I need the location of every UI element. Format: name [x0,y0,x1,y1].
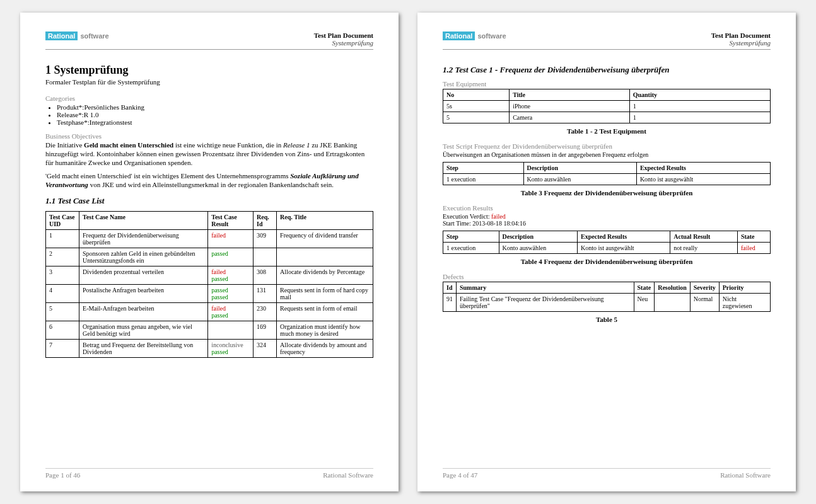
logo-rational: Rational [443,32,475,40]
category-item: Testphase*:Integrationstest [57,118,373,126]
column-header: Actual Result [670,231,738,243]
logo-software: software [476,32,507,40]
column-header: Resolution [655,282,691,294]
table-row: 1Frequenz der Dividendenüberweisung über… [46,229,373,248]
execution-start-time: Start Time: 2013-08-18 18:04:16 [443,220,771,227]
page-content: 1.2 Test Case 1 - Frequenz der Dividende… [443,59,771,468]
column-header: Severity [690,282,719,294]
footer-page-number: Page 4 of 47 [443,471,477,479]
document-page-1: Rational software Test Plan Document Sys… [20,13,399,491]
table-row: 1 executionKonto auswählenKonto ist ausg… [443,174,771,185]
column-header: Title [510,89,630,101]
column-header: Test Case Name [79,211,208,229]
table-row: 5siPhone1 [443,101,771,112]
table-row: 7Betrag und Frequenz der Bereitstellung … [46,339,373,357]
business-objectives-p2: 'Geld macht einen Unterschied' ist ein w… [45,172,373,190]
column-header: Req. Id [254,211,277,229]
doc-title-block: Test Plan Document Systemprüfung [314,32,373,47]
table-row: 4Postalische Anfragen bearbeitenpassedpa… [46,284,373,302]
business-objectives-label: Business Objectives [45,132,373,140]
footer-company: Rational Software [720,471,771,479]
column-header: Test Case UID [46,211,79,229]
section-heading: 1 Systemprüfung [45,64,373,77]
test-equipment-caption: Table 1 - 2 Test Equipment [443,127,771,135]
column-header: State [634,282,655,294]
column-header: Quantity [629,89,770,101]
logo-software: software [79,32,110,40]
section-subtitle: Formaler Testplan für die Systemprüfung [45,78,373,86]
defects-caption: Table 5 [443,316,771,323]
test-script-table: StepDescriptionExpected Results 1 execut… [443,162,771,185]
test-script-caption: Table 3 Frequenz der Dividendenüberweisu… [443,189,771,197]
column-header: Summary [457,282,634,294]
page-content: 1 Systemprüfung Formaler Testplan für di… [45,59,373,468]
table-row: 91Failing Test Case "Frequenz der Divide… [443,294,771,312]
footer-company: Rational Software [323,471,373,479]
column-header: Id [443,282,457,294]
page-header: Rational software Test Plan Document Sys… [45,32,373,50]
test-case-list-table: Test Case UIDTest Case NameTest Case Res… [45,211,373,358]
table-row: 3Dividenden prozentual verteilenfailedpa… [46,266,373,284]
defects-table: IdSummaryStateResolutionSeverityPriority… [443,282,771,312]
column-header: Expected Results [578,231,670,243]
column-header: Expected Results [636,163,770,174]
doc-title: Test Plan Document [711,32,771,39]
execution-results-label: Execution Results [443,204,771,212]
table-row: 5E-Mail-Anfragen bearbeitenfailedpassed2… [46,302,373,321]
column-header: Req. Title [277,211,373,229]
column-header: Description [523,163,636,174]
categories-list: Produkt*:Persönliches BankingRelease*:R … [57,103,373,126]
doc-subtitle: Systemprüfung [314,39,373,47]
test-equipment-table: NoTitleQuantity 5siPhone15Camera1 [443,89,771,123]
test-equipment-label: Test Equipment [443,80,771,88]
column-header: State [737,231,770,243]
doc-title: Test Plan Document [314,32,373,39]
business-objectives-p1: Die Initiative Geld macht einen Untersch… [45,141,373,167]
logo: Rational software [443,32,508,40]
table-row: 1 executionKonto auswählenKonto ist ausg… [443,243,771,254]
table-row: 5Camera1 [443,112,771,123]
execution-verdict: Execution Verdict: failed [443,213,771,220]
doc-title-block: Test Plan Document Systemprüfung [711,32,771,47]
column-header: Test Case Result [208,211,254,229]
column-header: Priority [719,282,770,294]
column-header: Description [499,231,578,243]
page-footer: Page 1 of 46 Rational Software [45,468,373,479]
execution-results-table: StepDescriptionExpected ResultsActual Re… [443,231,771,254]
category-item: Produkt*:Persönliches Banking [57,103,373,111]
test-script-label: Test Script Frequenz der Dividendenüberw… [443,142,771,150]
column-header: Step [443,231,499,243]
category-item: Release*:R 1.0 [57,111,373,118]
logo: Rational software [45,32,110,40]
test-script-desc: Überweisungen an Organisationen müssen i… [443,151,771,158]
document-page-2: Rational software Test Plan Document Sys… [417,13,796,491]
test-case-list-heading: 1.1 Test Case List [45,196,373,206]
table-row: 2Sponsoren zahlen Geld in einen gebündel… [46,248,373,266]
column-header: Step [443,163,524,174]
page-footer: Page 4 of 47 Rational Software [443,468,771,479]
test-case-heading: 1.2 Test Case 1 - Frequenz der Dividende… [443,65,771,75]
column-header: No [443,89,510,101]
page-header: Rational software Test Plan Document Sys… [443,32,771,50]
table-row: 6Organisation muss genau angeben, wie vi… [46,321,373,339]
execution-results-caption: Table 4 Frequenz der Dividendenüberweisu… [443,258,771,265]
doc-subtitle: Systemprüfung [711,39,771,47]
logo-rational: Rational [45,32,78,40]
footer-page-number: Page 1 of 46 [45,471,80,479]
categories-label: Categories [45,94,373,102]
defects-label: Defects [443,273,771,280]
